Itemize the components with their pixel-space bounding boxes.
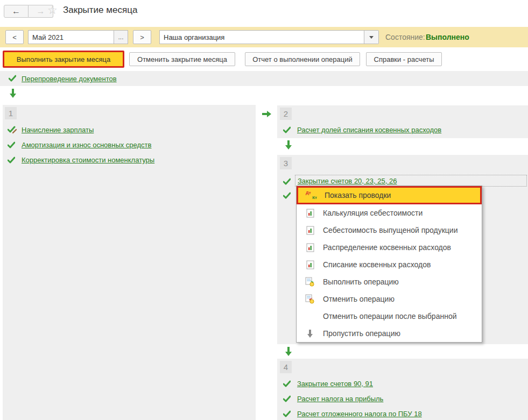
- group-1-panel: 1 Начисление зарплаты Амортизация и изно…: [3, 105, 256, 420]
- page-title: Закрытие месяца: [63, 5, 137, 16]
- menu-item-label: Показать проводки: [325, 191, 391, 200]
- menu-item-indirect-writeoff[interactable]: Списание косвенных расходов: [297, 256, 482, 273]
- check-icon: [283, 380, 291, 389]
- check-icon: [283, 410, 291, 419]
- calculations-references-button[interactable]: Справки - расчеты: [366, 52, 442, 66]
- status-label: Состояние:: [385, 33, 425, 41]
- cancel-month-closing-button[interactable]: Отменить закрытие месяца: [129, 52, 235, 66]
- run-month-closing-button[interactable]: Выполнить закрытие месяца: [3, 51, 124, 68]
- menu-item-cancel-following[interactable]: Отменить операции после выбранной: [297, 308, 482, 325]
- payroll-link[interactable]: Начисление зарплаты: [22, 126, 94, 134]
- period-toolbar: < Май 2021 ... > Наша организация Состоя…: [0, 27, 528, 47]
- group-1-number: 1: [5, 107, 17, 119]
- period-input[interactable]: Май 2021 ...: [28, 30, 128, 44]
- report-icon: [304, 243, 316, 252]
- report-icon: [304, 209, 316, 218]
- back-button[interactable]: ←: [4, 5, 29, 18]
- organization-dropdown-button[interactable]: [364, 30, 379, 44]
- window-header: ← → ☆ Закрытие месяца: [0, 0, 528, 24]
- item-cost-adjustment-link[interactable]: Корректировка стоимости номенклатуры: [22, 156, 154, 164]
- reposting-documents-link[interactable]: Перепроведение документов: [22, 75, 117, 83]
- context-menu: ДтКт Показать проводки Калькуляция себес…: [296, 186, 482, 343]
- nav-buttons: ← →: [4, 5, 53, 18]
- check-icon: [9, 74, 16, 84]
- deferred-tax-link[interactable]: Расчет отложенного налога по ПБУ 18: [297, 410, 422, 418]
- menu-item-label: Списание косвенных расходов: [323, 260, 431, 269]
- indirect-costs-share-link[interactable]: Расчет долей списания косвенных расходов: [297, 126, 441, 134]
- arrow-down-icon: [9, 89, 17, 100]
- close-accounts-20-26-link[interactable]: Закрытие счетов 20, 23, 25, 26: [298, 177, 397, 185]
- group-4-panel: 4 Закрытие счетов 90, 91 Расчет налога н…: [277, 359, 528, 420]
- favorite-star-icon[interactable]: ☆: [47, 4, 58, 17]
- check-edited-icon: [8, 125, 17, 136]
- depreciation-link[interactable]: Амортизация и износ основных средств: [22, 141, 151, 149]
- arrow-right-icon: [262, 110, 271, 120]
- run-operation-icon: [304, 277, 316, 287]
- menu-item-skip-operation[interactable]: Пропустить операцию: [297, 325, 482, 342]
- arrow-down-icon: [285, 140, 292, 152]
- menu-item-label: Отменить операцию: [323, 295, 395, 303]
- check-icon: [283, 395, 291, 404]
- period-value: Май 2021: [29, 33, 114, 41]
- cancel-operation-icon: [304, 294, 316, 304]
- check-icon: [283, 191, 291, 201]
- check-icon: [283, 177, 291, 187]
- report-icon: [304, 260, 316, 269]
- menu-item-label: Калькуляция себестоимости: [323, 209, 423, 217]
- previous-period-button[interactable]: <: [5, 30, 24, 44]
- group-3-number: 3: [280, 157, 292, 169]
- income-tax-link[interactable]: Расчет налога на прибыль: [297, 395, 383, 403]
- menu-item-label: Пропустить операцию: [323, 329, 400, 338]
- arrow-down-icon: [285, 347, 292, 358]
- chevron-down-icon: [369, 36, 374, 39]
- menu-item-label: Отменить операции после выбранной: [323, 312, 457, 321]
- menu-item-cost-calculation[interactable]: Калькуляция себестоимости: [297, 204, 482, 222]
- status-badge: Выполнено: [426, 33, 469, 41]
- group-4-number: 4: [280, 361, 292, 373]
- menu-item-show-postings[interactable]: ДтКт Показать проводки: [297, 186, 482, 204]
- menu-item-cancel-operation[interactable]: Отменить операцию: [297, 290, 482, 308]
- operations-report-button[interactable]: Отчет о выполнении операций: [245, 52, 360, 66]
- organization-value: Наша организация: [160, 33, 364, 41]
- skip-icon: [304, 330, 316, 338]
- check-icon: [283, 126, 291, 136]
- menu-item-label: Распределение косвенных расходов: [323, 243, 451, 252]
- group-2-panel: 2 Расчет долей списания косвенных расход…: [277, 105, 528, 138]
- period-picker-button[interactable]: ...: [114, 31, 128, 44]
- menu-item-label: Себестоимость выпущеной продукции: [323, 226, 458, 234]
- next-period-button[interactable]: >: [133, 30, 151, 44]
- close-accounts-90-91-link[interactable]: Закрытие счетов 90, 91: [297, 380, 373, 388]
- group-2-number: 2: [280, 108, 292, 120]
- report-icon: [304, 226, 316, 235]
- menu-item-indirect-distribution[interactable]: Распределение косвенных расходов: [297, 239, 482, 256]
- menu-item-label: Выполнить операцию: [323, 277, 399, 286]
- selected-operation-row[interactable]: Закрытие счетов 20, 23, 25, 26: [295, 175, 527, 187]
- menu-item-output-cost[interactable]: Себестоимость выпущеной продукции: [297, 222, 482, 239]
- check-icon: [8, 141, 15, 151]
- organization-input[interactable]: Наша организация: [159, 30, 364, 44]
- dtkt-icon: ДтКт: [306, 190, 318, 200]
- check-icon: [8, 156, 15, 166]
- reposting-strip: Перепроведение документов: [0, 71, 528, 86]
- menu-item-run-operation[interactable]: Выполнить операцию: [297, 273, 482, 290]
